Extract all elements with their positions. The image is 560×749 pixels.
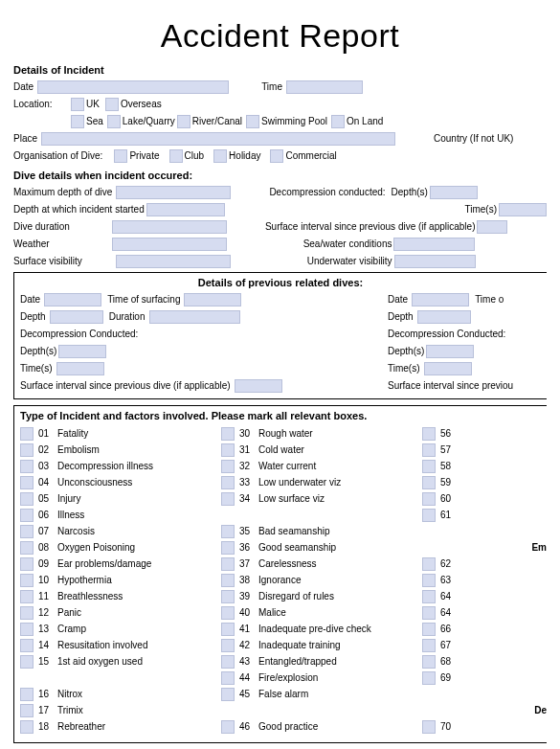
field-prev2-times[interactable] xyxy=(424,362,472,375)
field-maxdepth[interactable] xyxy=(116,186,231,199)
check-factor-18[interactable] xyxy=(20,720,34,734)
factor-text-05: Injury xyxy=(57,493,80,504)
label-underwatervis: Underwater visibility xyxy=(307,256,392,266)
label-lakequarry: Lake/Quarry xyxy=(123,116,175,126)
check-holiday[interactable] xyxy=(213,149,227,163)
field-prev-depth[interactable] xyxy=(50,310,103,324)
check-factor-69[interactable] xyxy=(422,671,436,685)
factor-num-13: 13 xyxy=(38,624,56,634)
check-factor-14[interactable] xyxy=(20,639,34,652)
check-factor-60[interactable] xyxy=(422,492,436,506)
field-prev2-depth[interactable] xyxy=(417,310,471,324)
factor-text-36: Good seamanship xyxy=(258,542,336,553)
field-timesurf[interactable] xyxy=(184,293,241,306)
field-surfacevis[interactable] xyxy=(116,255,231,268)
check-swimming[interactable] xyxy=(246,115,259,128)
check-factor-10[interactable] xyxy=(20,574,34,587)
field-seawater[interactable] xyxy=(393,238,475,251)
factor-num-68: 68 xyxy=(440,656,458,667)
check-factor-36[interactable] xyxy=(221,541,235,555)
check-factor-66[interactable] xyxy=(422,623,436,636)
check-factor-33[interactable] xyxy=(221,476,235,489)
field-depths[interactable] xyxy=(430,186,478,199)
check-factor-16[interactable] xyxy=(20,688,34,701)
check-factor-67[interactable] xyxy=(422,639,436,652)
field-duration[interactable] xyxy=(149,310,240,324)
check-factor-09[interactable] xyxy=(20,557,34,571)
factor-num-45: 45 xyxy=(239,689,257,699)
check-factor-06[interactable] xyxy=(20,509,34,522)
check-factor-07[interactable] xyxy=(20,525,34,538)
check-club[interactable] xyxy=(169,149,183,163)
check-factor-37[interactable] xyxy=(221,557,235,571)
check-factor-64[interactable] xyxy=(422,590,436,603)
field-prev2-date[interactable] xyxy=(412,293,469,306)
factor-num-01: 01 xyxy=(38,428,56,439)
check-factor-08[interactable] xyxy=(20,541,34,555)
field-prev2-depths[interactable] xyxy=(426,345,474,358)
field-prev-date[interactable] xyxy=(44,293,101,306)
factor-num-64: 64 xyxy=(440,591,458,601)
check-factor-40[interactable] xyxy=(221,606,235,620)
check-factor-03[interactable] xyxy=(20,460,34,473)
field-diveduration[interactable] xyxy=(112,220,227,234)
check-factor-62[interactable] xyxy=(422,557,436,571)
field-date[interactable] xyxy=(37,80,229,94)
check-sea[interactable] xyxy=(71,115,84,128)
field-place[interactable] xyxy=(41,132,395,146)
check-factor-30[interactable] xyxy=(221,427,235,441)
check-rivercanal[interactable] xyxy=(177,115,190,128)
factor-text-32: Water current xyxy=(258,461,316,471)
check-factor-63[interactable] xyxy=(422,574,436,587)
check-factor-57[interactable] xyxy=(422,443,436,457)
check-factor-45[interactable] xyxy=(221,688,235,701)
field-prev-times[interactable] xyxy=(56,362,104,375)
check-factor-42[interactable] xyxy=(221,639,235,652)
label-sea: Sea xyxy=(86,116,103,126)
check-factor-68[interactable] xyxy=(422,655,436,669)
factor-text-03: Decompression illness xyxy=(57,461,153,471)
label-rivercanal: River/Canal xyxy=(192,116,242,126)
check-factor-44[interactable] xyxy=(221,671,235,685)
check-lakequarry[interactable] xyxy=(107,115,121,128)
check-onland[interactable] xyxy=(331,115,345,128)
field-prev-depths[interactable] xyxy=(58,345,106,358)
check-factor-46[interactable] xyxy=(221,720,235,734)
field-underwatervis[interactable] xyxy=(394,255,476,268)
check-factor-17[interactable] xyxy=(20,704,34,717)
check-private[interactable] xyxy=(114,149,127,163)
check-factor-11[interactable] xyxy=(20,590,34,603)
field-weather[interactable] xyxy=(112,238,227,251)
check-factor-02[interactable] xyxy=(20,443,34,457)
check-factor-34[interactable] xyxy=(221,492,235,506)
check-factor-31[interactable] xyxy=(221,443,235,457)
check-factor-12[interactable] xyxy=(20,606,34,620)
field-surfaceinterval2[interactable] xyxy=(235,379,282,393)
check-factor-70[interactable] xyxy=(422,720,436,734)
check-uk[interactable] xyxy=(71,98,84,111)
check-commercial[interactable] xyxy=(270,149,283,163)
label-place: Place xyxy=(13,133,37,144)
check-factor-35[interactable] xyxy=(221,525,235,538)
check-factor-43[interactable] xyxy=(221,655,235,669)
check-factor-64[interactable] xyxy=(422,606,436,620)
field-incidentdepth[interactable] xyxy=(146,203,225,216)
check-factor-59[interactable] xyxy=(422,476,436,489)
check-factor-32[interactable] xyxy=(221,460,235,473)
check-factor-15[interactable] xyxy=(20,655,34,669)
check-factor-01[interactable] xyxy=(20,427,34,441)
field-surfaceinterval[interactable] xyxy=(477,220,507,234)
factor-num-03: 03 xyxy=(38,461,56,471)
check-factor-38[interactable] xyxy=(221,574,235,587)
field-time[interactable] xyxy=(286,80,363,94)
check-overseas[interactable] xyxy=(105,98,119,111)
check-factor-58[interactable] xyxy=(422,460,436,473)
field-times[interactable] xyxy=(499,203,547,216)
check-factor-05[interactable] xyxy=(20,492,34,506)
check-factor-13[interactable] xyxy=(20,623,34,636)
check-factor-04[interactable] xyxy=(20,476,34,489)
check-factor-61[interactable] xyxy=(422,509,436,522)
check-factor-41[interactable] xyxy=(221,623,235,636)
check-factor-56[interactable] xyxy=(422,427,436,441)
check-factor-39[interactable] xyxy=(221,590,235,603)
